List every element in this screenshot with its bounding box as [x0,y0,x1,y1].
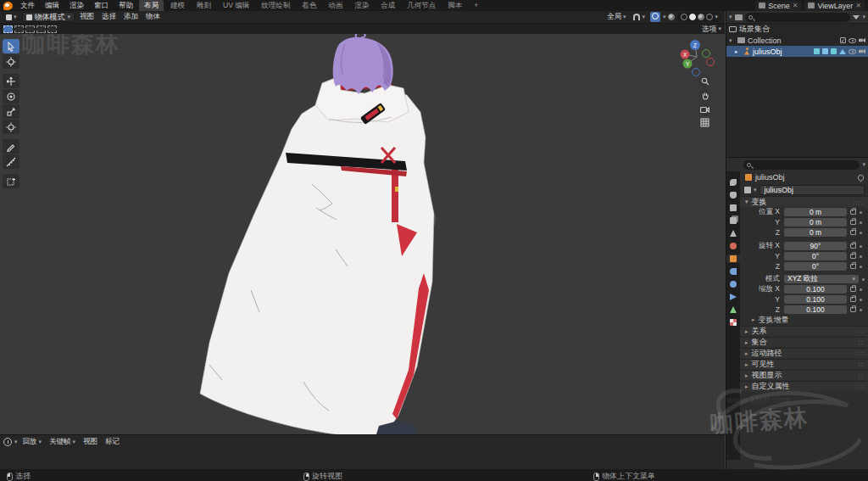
tool-measure[interactable] [3,154,19,169]
menu-playback[interactable]: 回放▾ [20,437,45,447]
menu-markers[interactable]: 标记 [103,437,122,447]
menu-file[interactable]: 文件 [16,1,39,11]
collection-checkbox[interactable]: ✓ [840,37,846,43]
lock-icon[interactable] [850,230,856,235]
rotation-x-field[interactable]: 90° [784,242,847,250]
tool-add-cube[interactable] [3,174,19,188]
tab-scene-icon[interactable] [729,229,737,238]
lock-icon[interactable] [850,243,856,249]
tab-constraints-icon[interactable] [729,293,737,301]
tool-cursor[interactable] [3,54,19,69]
workspace-tab-rendering[interactable]: 渲染 [349,0,374,11]
tab-texture-icon[interactable] [729,318,737,327]
menu-help[interactable]: 帮助 [114,1,137,11]
scene-selector[interactable]: Scene ✕ [755,1,801,11]
lock-icon[interactable] [850,307,856,312]
section-custom-properties[interactable]: ▸自定义属性:: [740,381,868,391]
lock-icon[interactable] [850,297,856,302]
viewlayer-unlink-icon[interactable]: ✕ [855,2,861,9]
tool-select-box[interactable] [3,39,19,53]
rotation-mode-dropdown[interactable]: XYZ 欧拉▾ [784,275,859,283]
workspace-tab-texture-paint[interactable]: 纹理绘制 [256,0,295,11]
section-relations[interactable]: ▸关系:: [740,326,868,336]
tab-output-icon[interactable] [729,204,737,212]
select-mode-extend-icon[interactable] [14,25,24,33]
tab-world-icon[interactable] [729,242,737,250]
outliner-row-scene-collection[interactable]: 场景集合 [726,24,868,35]
location-y-field[interactable]: 0 m [784,218,847,227]
scale-x-field[interactable]: 0.100 [784,285,847,294]
timeline-editor-icon[interactable] [3,438,12,446]
workspace-tab-geometry-nodes[interactable]: 几何节点 [402,0,441,11]
transform-orientation-dropdown[interactable]: 全局▾ [604,12,629,22]
navigation-gizmo[interactable]: Z X Y [673,37,717,83]
animate-dot[interactable] [862,278,865,281]
section-motion-paths[interactable]: ▸运动路径:: [740,348,868,358]
tab-object-icon[interactable] [726,254,740,263]
tool-scale[interactable] [3,104,19,119]
shading-rendered-icon[interactable] [706,14,713,20]
animate-dot[interactable] [860,232,862,234]
select-mode-invert-icon[interactable] [36,25,46,33]
lock-icon[interactable] [850,254,856,259]
workspace-tab-shading[interactable]: 着色 [297,0,321,11]
tab-render-icon[interactable] [729,191,737,199]
animate-dot[interactable] [860,288,862,291]
object-eye-icon[interactable] [849,49,856,54]
tool-annotate[interactable] [3,139,19,154]
properties-search-input[interactable] [743,160,860,170]
options-dropdown[interactable]: 选项▾ [701,24,721,35]
pan-hand-button[interactable] [698,89,711,102]
pin-icon[interactable] [857,173,865,182]
select-mode-new-icon[interactable] [3,25,13,33]
menu-window[interactable]: 窗口 [90,1,113,11]
select-mode-subtract-icon[interactable] [25,25,35,33]
proportional-editing-toggle[interactable] [650,12,660,22]
xray-toggle-icon[interactable] [668,14,675,20]
character-model[interactable] [0,34,725,434]
outliner-search-input[interactable] [745,13,851,22]
collection-eye-icon[interactable] [849,38,856,43]
tool-move[interactable] [3,74,19,88]
animate-dot[interactable] [860,211,862,214]
scale-z-field[interactable]: 0.100 [784,305,847,314]
menu-render[interactable]: 渲染 [65,1,88,11]
section-viewport-display[interactable]: ▸视图显示:: [740,370,868,380]
outliner-row-julius-obj[interactable]: ▸ juliusObj [726,46,868,57]
tool-rotate[interactable] [3,89,19,103]
object-camera-icon[interactable] [859,49,865,54]
proportional-dropdown[interactable]: ▾ [663,14,666,20]
animate-dot[interactable] [860,266,862,268]
tab-physics-icon[interactable] [729,280,737,288]
shading-material-icon[interactable] [698,14,704,20]
menu-edit[interactable]: 编辑 [41,1,64,11]
animate-dot[interactable] [860,245,862,248]
add-workspace-button[interactable]: + [469,0,483,11]
tab-object-data-icon[interactable] [729,305,737,314]
menu-object[interactable]: 物体 [143,12,163,22]
workspace-tab-uv-editing[interactable]: UV 编辑 [218,0,254,11]
outliner-row-collection[interactable]: ▾ Collection ✓ [726,35,868,46]
animate-dot[interactable] [860,299,862,301]
lock-icon[interactable] [850,287,856,292]
workspace-tab-modeling[interactable]: 建模 [165,0,190,11]
editor-type-dropdown[interactable]: ▾ [3,14,19,20]
scene-unlink-icon[interactable]: ✕ [793,2,798,9]
workspace-tab-sculpting[interactable]: 雕刻 [192,0,216,11]
display-mode-dropdown[interactable]: ▾ [729,14,732,20]
location-x-field[interactable]: 0 m [784,208,847,216]
lock-icon[interactable] [850,220,856,225]
rotation-z-field[interactable]: 0° [784,262,847,271]
animate-dot[interactable] [860,255,862,258]
workspace-tab-animation[interactable]: 动画 [323,0,348,11]
location-z-field[interactable]: 0 m [784,228,847,237]
viewport-3d[interactable]: 咖啡森林 kfsll.com [0,34,725,434]
tab-modifiers-icon[interactable] [729,267,737,276]
shading-dropdown[interactable]: ▾ [715,14,718,20]
mode-dropdown[interactable]: 物体模式 ▾ [22,12,75,22]
scale-y-field[interactable]: 0.100 [784,295,847,304]
workspace-tab-scripting[interactable]: 脚本 [442,0,467,11]
menu-timeline-view[interactable]: 视图 [81,437,100,447]
delta-transform-subpanel[interactable]: ▸变换增量 [740,315,868,325]
orthographic-grid-button[interactable] [698,116,711,129]
